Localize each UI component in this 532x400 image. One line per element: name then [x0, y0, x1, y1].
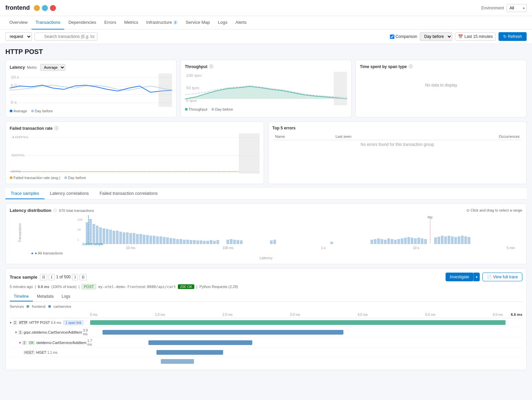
top5-title: Top 5 errors	[272, 126, 522, 130]
count-2: 1	[18, 330, 23, 335]
investigate-button[interactable]: Investigate	[446, 273, 473, 281]
span-label-4: HGET HGET 1.1 ms	[10, 350, 90, 355]
nav-dependencies[interactable]: Dependencies	[64, 16, 100, 30]
svg-rect-71	[273, 240, 276, 244]
expand-2[interactable]: ▾	[15, 330, 17, 335]
svg-text:50 tpm: 50 tpm	[186, 87, 199, 90]
span-label-3: ▾ 2 OK oteldemo.CartService/AddItem 1.7 …	[10, 339, 90, 346]
distribution-header: Latency distribution ⓘ 670 total transac…	[10, 208, 522, 213]
span-bar-1	[90, 320, 506, 325]
expand-1[interactable]: ▾	[10, 321, 12, 325]
throughput-title: Throughput ⓘ	[185, 64, 347, 69]
tab-latency-correlations[interactable]: Latency correlations	[45, 188, 94, 199]
main-tabs: Trace samples Latency correlations Faile…	[5, 188, 527, 199]
svg-rect-41	[139, 234, 142, 244]
all-transactions-dot: ●	[31, 251, 34, 255]
trace-percentage: (100% of trace)	[51, 285, 76, 289]
nav-service-map[interactable]: Service Map	[182, 16, 214, 30]
svg-text:0 tpm: 0 tpm	[186, 99, 197, 102]
latency-legend: Average Day before	[10, 109, 172, 113]
svg-rect-45	[153, 236, 155, 244]
trace-tab-timeline[interactable]: Timeline	[10, 292, 33, 301]
trace-sample-title: Trace sample	[10, 275, 37, 280]
nav-metrics[interactable]: Metrics	[120, 16, 142, 30]
charts-row: Latency Metric Average	[5, 60, 527, 117]
trace-sample-header: Trace sample ⟨⟨ ⟨ 1 of 500 ⟩ ⟩⟩ Investig…	[10, 273, 522, 281]
nav-errors[interactable]: Errors	[100, 16, 120, 30]
toolbar: request 🔍 Comparison Day before 📅 Last 1…	[0, 30, 532, 44]
span-name-2: grpc.oteldemo.CartService/AddItem	[24, 330, 82, 334]
icon-alert	[50, 5, 56, 11]
tab-failed-transaction-correlations[interactable]: Failed transaction correlations	[94, 188, 163, 199]
svg-rect-60	[203, 241, 206, 244]
trace-pagination: 1 of 500	[56, 275, 70, 279]
svg-rect-81	[391, 239, 393, 244]
histogram-area[interactable]: 100 10 1	[31, 216, 522, 250]
span-bar-2	[103, 330, 343, 335]
app-title: frontend	[5, 4, 30, 11]
comparison-checkbox[interactable]	[390, 35, 394, 39]
service-label-frontend: frontend	[32, 304, 45, 308]
time-spent-info[interactable]: ⓘ	[409, 64, 412, 69]
trace-actions: Investigate ▾ 📄 View full trace	[446, 273, 522, 281]
trace-nav-prev[interactable]: ⟨	[49, 274, 55, 280]
nav-overview[interactable]: Overview	[5, 16, 31, 30]
distribution-hint: ⊙ Click and drag to select a range	[466, 208, 522, 213]
refresh-icon: ↻	[503, 34, 507, 39]
nav-infrastructure[interactable]: Infrastructure β	[142, 16, 182, 30]
svg-rect-90	[421, 238, 423, 244]
distribution-info[interactable]: ⓘ	[53, 208, 57, 213]
nav-alerts[interactable]: Alerts	[231, 16, 251, 30]
trace-tab-metadata[interactable]: Metadata	[33, 292, 58, 301]
refresh-button[interactable]: ↻ Refresh	[498, 32, 527, 41]
trace-nav-next[interactable]: ⟩	[72, 274, 78, 280]
investigate-dropdown[interactable]: ▾	[473, 273, 480, 281]
view-full-trace-button[interactable]: 📄 View full trace	[482, 273, 522, 281]
trace-sample-panel: Trace sample ⟨⟨ ⟨ 1 of 500 ⟩ ⟩⟩ Investig…	[5, 268, 527, 370]
services-row: Services frontend cartservice	[10, 304, 522, 308]
latency-metric-select[interactable]: Average	[40, 64, 65, 71]
svg-text:0%: 0%	[11, 170, 21, 173]
latency-svg: 10 s 5.0 s 0 s	[10, 73, 172, 107]
svg-rect-69	[240, 240, 243, 244]
expand-3[interactable]: ▾	[19, 341, 21, 345]
span-bar-area-3	[90, 340, 506, 346]
svg-rect-25	[86, 222, 88, 244]
distribution-panel: Latency distribution ⓘ 670 total transac…	[5, 204, 527, 264]
env-wrapper: All	[507, 4, 527, 12]
tab-trace-samples[interactable]: Trace samples	[5, 188, 45, 199]
span-bar-4	[156, 350, 223, 355]
type-select[interactable]: request	[5, 32, 32, 41]
trace-nav-last[interactable]: ⟩⟩	[79, 274, 87, 280]
env-dropdown[interactable]: All	[507, 4, 527, 12]
comparison-label: Comparison	[396, 34, 417, 39]
trace-tab-logs[interactable]: Logs	[58, 292, 74, 301]
time-selector[interactable]: 📅 Last 15 minutes	[455, 33, 496, 41]
svg-rect-77	[377, 238, 380, 244]
timeline-end-time: 6.6 ms	[506, 312, 522, 317]
throughput-info[interactable]: ⓘ	[209, 64, 213, 69]
svg-rect-29	[99, 227, 102, 244]
svg-rect-101	[464, 236, 467, 244]
svg-text:1: 1	[77, 238, 79, 241]
trace-meta: 5 minutes ago | 6.6 ms (100% of trace) |…	[10, 284, 522, 289]
svg-rect-76	[374, 239, 377, 244]
search-input[interactable]	[35, 33, 97, 41]
nav-logs[interactable]: Logs	[214, 16, 231, 30]
timeline-ticks-header: 0 ms 1.0 ms 2.0 ms 3.0 ms 4.0 ms 5.0 ms …	[90, 313, 506, 317]
service-dot-cartservice	[48, 305, 51, 308]
timeline-header: 0 ms 1.0 ms 2.0 ms 3.0 ms 4.0 ms 5.0 ms …	[10, 311, 522, 318]
day-before-select[interactable]: Day before	[420, 32, 452, 41]
svg-rect-84	[401, 238, 403, 244]
svg-rect-40	[136, 234, 139, 244]
service-dot-frontend	[26, 305, 29, 308]
svg-rect-88	[414, 238, 417, 244]
page-title: HTTP POST	[5, 48, 527, 56]
svg-rect-44	[149, 236, 152, 244]
span-link-badge[interactable]: 1 span link	[63, 320, 83, 325]
failed-rate-info[interactable]: ⓘ	[55, 126, 58, 131]
trace-nav-first[interactable]: ⟨⟨	[40, 274, 47, 280]
service-label-cartservice: cartservice	[54, 304, 71, 308]
throughput-panel: Throughput ⓘ 100 tpm 50 tpm 0 tpm	[181, 60, 352, 117]
nav-transactions[interactable]: Transactions	[31, 16, 64, 30]
